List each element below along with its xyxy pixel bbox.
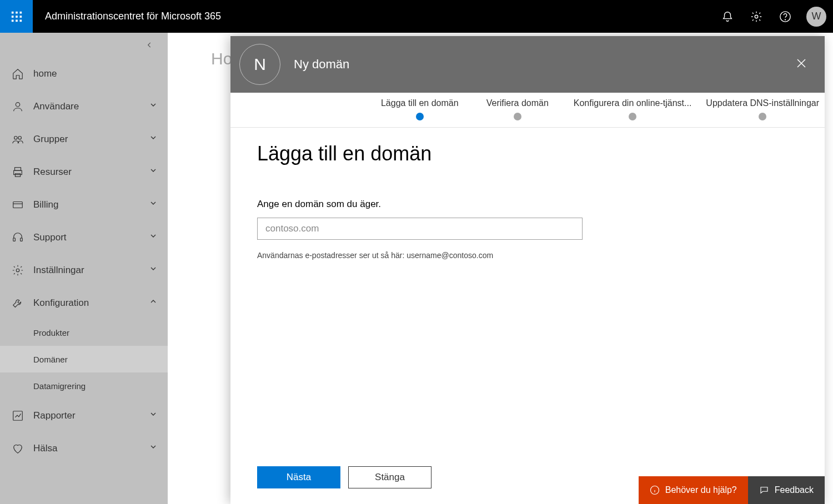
chevron-down-icon (149, 166, 158, 178)
svg-rect-1 (16, 11, 18, 13)
sidebar-item-reports[interactable]: Rapporter (0, 399, 168, 432)
chevron-down-icon (149, 442, 158, 454)
sidebar-item-configuration[interactable]: Konfiguration (0, 286, 168, 319)
info-icon (650, 485, 660, 495)
user-icon (10, 100, 26, 113)
svg-rect-7 (16, 19, 18, 22)
new-domain-panel: N Ny domän Lägga till en domän Verifiera… (230, 36, 825, 504)
sidebar-item-home[interactable]: home (0, 57, 168, 90)
sidebar-item-label: Rapporter (33, 410, 76, 421)
panel-title: Ny domän (294, 57, 349, 72)
chevron-down-icon (149, 133, 158, 145)
step-label: Lägga till en domän (381, 98, 459, 108)
panel-body: Lägga till en domän Ange en domän som du… (230, 128, 825, 460)
svg-rect-0 (11, 11, 13, 13)
notifications-button[interactable] (713, 0, 742, 33)
sidebar-item-users[interactable]: Användare (0, 90, 168, 123)
domain-hint: Användarnas e-postadresser ser ut så här… (257, 251, 798, 260)
svg-rect-2 (19, 11, 22, 13)
sidebar-item-settings[interactable]: Inställningar (0, 254, 168, 286)
svg-rect-6 (11, 19, 13, 22)
top-header: Administrationscentret för Microsoft 365… (0, 0, 833, 33)
help-button[interactable] (771, 0, 800, 33)
chevron-down-icon (149, 199, 158, 210)
sidebar-item-health[interactable]: Hälsa (0, 432, 168, 465)
svg-point-9 (755, 15, 758, 18)
sidebar-subitem-label: Datamigrering (33, 381, 86, 391)
step-update-dns[interactable]: Uppdatera DNS-inställningar (706, 98, 819, 120)
step-dot-icon (416, 113, 424, 120)
bell-icon (721, 11, 734, 23)
step-verify-domain[interactable]: Verifiera domän (476, 98, 559, 120)
sidebar-subitem-products[interactable]: Produkter (0, 319, 168, 346)
group-icon (10, 133, 26, 145)
question-icon (779, 11, 791, 23)
next-button[interactable]: Nästa (257, 466, 340, 488)
sidebar-subitem-domains[interactable]: Domäner (0, 346, 168, 372)
sidebar-item-label: Resurser (33, 167, 72, 178)
close-button[interactable]: Stänga (348, 466, 431, 488)
chevron-down-icon (149, 264, 158, 276)
chevron-down-icon (149, 410, 158, 421)
feedback-label: Feedback (775, 485, 814, 495)
chevron-down-icon (149, 100, 158, 112)
sidebar-item-label: Hälsa (33, 443, 57, 454)
sidebar-item-billing[interactable]: Billing (0, 188, 168, 221)
svg-rect-5 (19, 16, 22, 18)
gear-icon (10, 264, 26, 276)
svg-rect-15 (15, 167, 21, 170)
step-dot-icon (629, 113, 636, 120)
svg-rect-17 (15, 173, 20, 177)
card-icon (10, 199, 26, 211)
settings-button[interactable] (742, 0, 771, 33)
app-launcher-button[interactable] (0, 0, 33, 33)
step-dot-icon (514, 113, 521, 120)
sidebar-collapse-button[interactable] (0, 33, 168, 57)
user-avatar[interactable]: W (806, 7, 826, 27)
sidebar-subitem-label: Produkter (33, 328, 69, 337)
sidebar-item-label: Support (33, 232, 67, 243)
panel-heading: Lägga till en domän (257, 142, 798, 165)
step-label: Konfigurera din online-tjänst... (574, 98, 692, 108)
close-icon (795, 57, 808, 70)
chat-icon (759, 485, 769, 495)
heart-icon (10, 442, 26, 455)
sidebar-item-support[interactable]: Support (0, 221, 168, 254)
svg-point-21 (16, 269, 19, 272)
feedback-button[interactable]: Feedback (748, 476, 825, 504)
svg-rect-20 (21, 238, 23, 241)
chevron-left-icon (145, 41, 153, 49)
chevron-down-icon (149, 231, 158, 243)
wrench-icon (10, 297, 26, 309)
step-label: Uppdatera DNS-inställningar (706, 98, 819, 108)
chevron-up-icon (149, 297, 158, 309)
app-title: Administrationscentret för Microsoft 365 (45, 11, 221, 22)
svg-rect-8 (19, 19, 22, 22)
step-configure-online[interactable]: Konfigurera din online-tjänst... (574, 98, 692, 120)
domain-input[interactable] (257, 218, 583, 240)
sidebar-item-label: Inställningar (33, 265, 84, 276)
need-help-button[interactable]: Behöver du hjälp? (639, 476, 748, 504)
sidebar-item-label: Konfiguration (33, 298, 89, 309)
sidebar-item-groups[interactable]: Grupper (0, 123, 168, 155)
step-dot-icon (759, 113, 766, 120)
svg-point-13 (14, 136, 17, 139)
sidebar-item-resources[interactable]: Resurser (0, 155, 168, 188)
step-add-domain[interactable]: Lägga till en domän (378, 98, 461, 120)
panel-avatar: N (239, 44, 280, 85)
svg-rect-18 (13, 201, 23, 208)
gear-icon (750, 11, 762, 23)
svg-point-12 (16, 102, 19, 106)
sidebar-subitem-datamigration[interactable]: Datamigrering (0, 372, 168, 399)
svg-point-14 (18, 136, 21, 139)
sidebar: home Användare Grupper Resurser Billing … (0, 33, 168, 504)
sidebar-item-label: home (33, 68, 57, 79)
need-help-label: Behöver du hjälp? (665, 485, 737, 495)
wizard-steps: Lägga till en domän Verifiera domän Konf… (230, 93, 825, 128)
panel-close-button[interactable] (795, 57, 808, 72)
home-icon (10, 68, 26, 80)
sidebar-item-label: Användare (33, 101, 79, 112)
panel-header: N Ny domän (230, 36, 825, 93)
domain-field-label: Ange en domän som du äger. (257, 199, 798, 210)
waffle-icon (11, 11, 23, 23)
